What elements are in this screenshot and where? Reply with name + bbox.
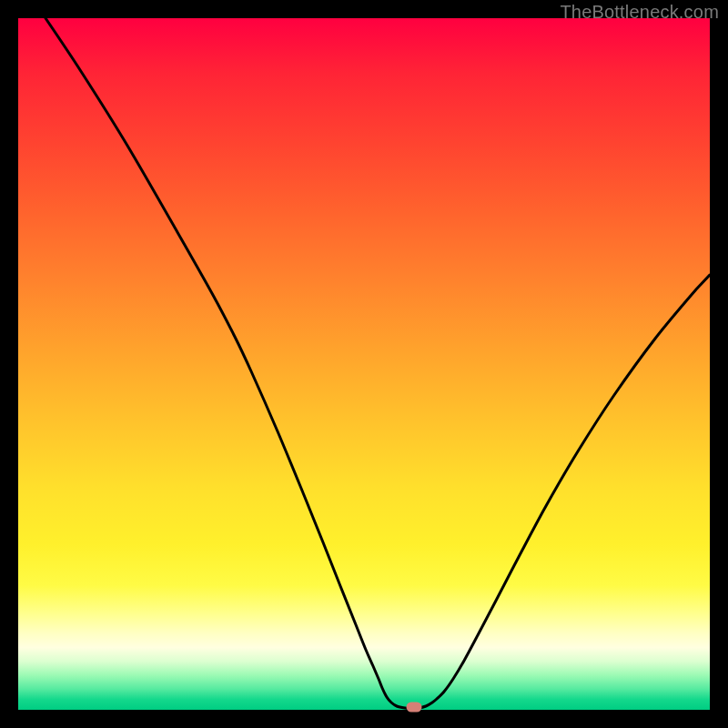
optimum-marker [407, 703, 422, 713]
bottleneck-curve [18, 18, 710, 710]
plot-area [18, 18, 710, 710]
chart-frame: TheBottleneck.com [0, 0, 728, 728]
watermark-text: TheBottleneck.com [560, 2, 719, 23]
